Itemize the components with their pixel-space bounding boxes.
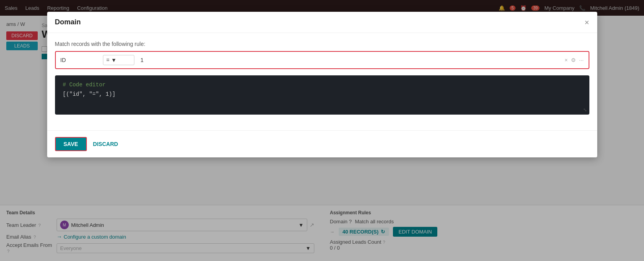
rule-operator-select[interactable]: = ▼ [103, 55, 134, 65]
modal-footer: SAVE DISCARD [47, 130, 597, 157]
modal-title: Domain [55, 18, 81, 26]
rule-row: ID = ▼ 1 × ⚙ ··· [55, 51, 589, 69]
modal-header: Domain × [47, 12, 597, 33]
modal-close-button[interactable]: × [585, 18, 589, 26]
rule-value-input[interactable]: 1 [138, 55, 561, 65]
rule-delete-icon[interactable]: × [565, 57, 568, 63]
rule-field: ID [61, 57, 100, 63]
rule-actions: × ⚙ ··· [565, 57, 584, 63]
rule-settings-icon[interactable]: ⚙ [571, 57, 576, 63]
domain-modal: Domain × Match records with the followin… [47, 12, 597, 157]
resize-handle[interactable]: ⤡ [583, 107, 587, 113]
rule-description: Match records with the following rule: [55, 41, 589, 47]
rule-more-icon[interactable]: ··· [579, 57, 584, 63]
modal-body: Match records with the following rule: I… [47, 33, 597, 130]
modal-overlay: Domain × Match records with the followin… [0, 0, 644, 261]
code-comment: # Code editor [63, 82, 582, 88]
code-editor[interactable]: # Code editor [("id", "=", 1)] ⤡ [55, 75, 589, 115]
code-content: [("id", "=", 1)] [63, 91, 582, 97]
modal-discard-button[interactable]: DISCARD [93, 141, 118, 147]
operator-dropdown-arrow: ▼ [111, 57, 117, 63]
modal-save-button[interactable]: SAVE [55, 137, 87, 151]
